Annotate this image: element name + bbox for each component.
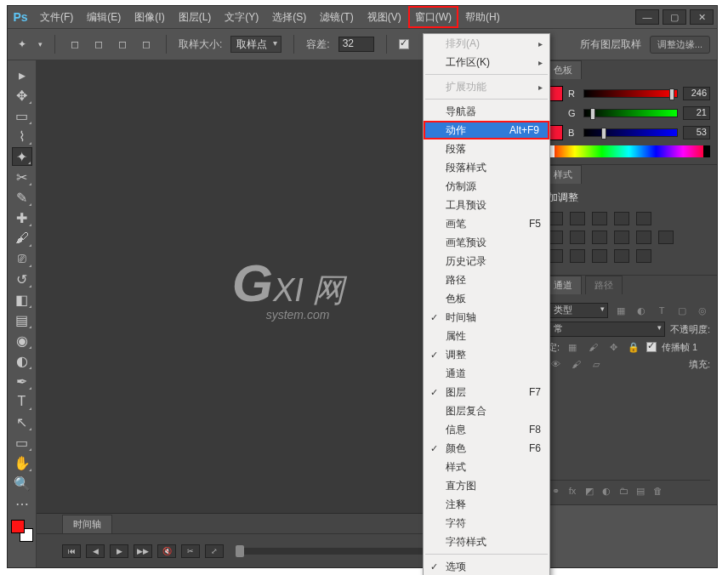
menu-window[interactable]: 窗口(W) — [408, 6, 458, 28]
propagate-checkbox[interactable] — [646, 342, 657, 352]
sample-size-select[interactable]: 取样点 — [230, 36, 282, 53]
pen-tool[interactable]: ✒ — [12, 372, 32, 390]
filter-shape-icon[interactable]: ▢ — [674, 304, 690, 317]
menu-arrange[interactable]: 排列(A) — [424, 34, 549, 53]
move-tool[interactable]: ✥ — [12, 86, 32, 105]
menu-channels[interactable]: 通道 — [424, 364, 549, 383]
b-value[interactable]: 53 — [683, 126, 710, 139]
gradient-tool[interactable]: ▤ — [12, 310, 32, 329]
close-button[interactable]: ✕ — [690, 9, 714, 25]
g-value[interactable]: 21 — [683, 106, 710, 120]
exposure-icon[interactable] — [614, 212, 629, 225]
eraser-tool[interactable]: ◧ — [12, 290, 32, 309]
menu-notes[interactable]: 注释 — [424, 495, 549, 514]
filter-adjust-icon[interactable]: ◐ — [634, 304, 649, 317]
menu-paths[interactable]: 路径 — [424, 270, 549, 289]
selection-intersect-icon[interactable]: ◻ — [139, 37, 154, 52]
lock-pos-icon[interactable]: ✥ — [606, 340, 621, 354]
gradient-map-icon[interactable] — [614, 249, 629, 263]
mask-icon[interactable]: ▱ — [589, 357, 604, 371]
layer-filter-select[interactable]: 类型 — [548, 303, 608, 318]
timeline-mute-button[interactable]: 🔇 — [157, 544, 176, 558]
timeline-first-button[interactable]: ⏮ — [62, 544, 81, 558]
refine-edge-button[interactable]: 调整边缘... — [650, 36, 710, 54]
menu-paragraph[interactable]: 段落 — [424, 139, 549, 158]
menu-help[interactable]: 帮助(H) — [458, 6, 507, 28]
balance-icon[interactable] — [570, 231, 585, 244]
menu-styles[interactable]: 样式 — [424, 458, 549, 476]
r-slider[interactable] — [583, 89, 678, 98]
filter-smart-icon[interactable]: ◎ — [695, 304, 710, 317]
menu-select[interactable]: 选择(S) — [265, 6, 313, 28]
menu-layers[interactable]: ✓ 图层 F7 — [424, 383, 549, 401]
mask-add-icon[interactable]: ◩ — [582, 484, 597, 498]
stamp-tool[interactable]: ⎚ — [12, 249, 32, 268]
menu-type[interactable]: 文字(Y) — [218, 6, 265, 28]
brush-tool[interactable]: 🖌 — [12, 229, 32, 248]
marquee-tool[interactable]: ▭ — [12, 106, 32, 125]
photo-filter-icon[interactable] — [614, 231, 629, 244]
selection-add-icon[interactable]: ◻ — [91, 37, 106, 52]
filter-type-icon[interactable]: T — [654, 304, 669, 317]
foreground-color-swatch[interactable] — [11, 520, 25, 533]
expand-icon[interactable]: ▸ — [12, 65, 32, 84]
selection-sub-icon[interactable]: ◻ — [115, 37, 130, 52]
minimize-button[interactable]: — — [635, 9, 659, 25]
timeline-tab[interactable]: 时间轴 — [62, 515, 112, 533]
hand-tool[interactable]: ✋ — [12, 453, 32, 472]
menu-filter[interactable]: 滤镜(T) — [313, 6, 360, 28]
zoom-tool[interactable]: 🔍 — [12, 474, 32, 492]
menu-timeline[interactable]: ✓时间轴 — [424, 308, 549, 327]
color-swatches[interactable] — [11, 520, 33, 542]
menu-options[interactable]: ✓选项 — [424, 557, 549, 575]
timeline-prev-button[interactable]: ◀ — [86, 544, 105, 558]
menu-adjustments[interactable]: ✓调整 — [424, 345, 549, 364]
lock-pixel-icon[interactable]: 🖌 — [585, 340, 600, 354]
magic-wand-tool[interactable]: ✦ — [12, 147, 32, 166]
menu-image[interactable]: 图像(I) — [128, 6, 171, 28]
trash-icon[interactable]: 🗑 — [650, 484, 665, 498]
brush-small-icon[interactable]: 🖌 — [568, 357, 583, 371]
menu-edit[interactable]: 编辑(E) — [80, 6, 128, 28]
shape-tool[interactable]: ▭ — [12, 433, 32, 452]
menu-layer[interactable]: 图层(L) — [172, 6, 219, 28]
menu-view[interactable]: 视图(V) — [361, 6, 408, 28]
menu-actions[interactable]: 动作 Alt+F9 — [424, 121, 549, 139]
antialias-checkbox[interactable] — [399, 39, 409, 49]
filter-pixel-icon[interactable]: ▦ — [613, 304, 628, 317]
selective-icon[interactable] — [636, 249, 651, 263]
paths-tab[interactable]: 路径 — [585, 276, 623, 294]
menu-color[interactable]: ✓ 颜色 F6 — [424, 439, 549, 458]
r-value[interactable]: 246 — [683, 87, 710, 100]
group-icon[interactable]: 🗀 — [616, 484, 631, 498]
blend-mode-select[interactable]: 常 — [548, 322, 665, 337]
edit-toolbar-icon[interactable]: ⋯ — [12, 494, 32, 513]
menu-paragraph-styles[interactable]: 段落样式 — [424, 158, 549, 177]
menu-workspace[interactable]: 工作区(K) — [424, 53, 549, 71]
timeline-next-button[interactable]: ▶▶ — [134, 544, 152, 558]
menu-info[interactable]: 信息 F8 — [424, 420, 549, 439]
menu-tool-presets[interactable]: 工具预设 — [424, 196, 549, 214]
adjust-add-icon[interactable]: ◐ — [599, 484, 614, 498]
lock-all-icon[interactable]: 🔒 — [626, 340, 641, 354]
spectrum-ramp[interactable] — [548, 145, 710, 157]
menu-layer-comps[interactable]: 图层复合 — [424, 401, 549, 420]
maximize-button[interactable]: ▢ — [663, 9, 686, 25]
b-slider[interactable] — [583, 128, 678, 137]
fx-icon[interactable]: fx — [565, 484, 580, 498]
menu-brush[interactable]: 画笔 F5 — [424, 214, 549, 233]
lookup-icon[interactable] — [658, 231, 674, 244]
bw-icon[interactable] — [592, 231, 607, 244]
menu-histogram[interactable]: 直方图 — [424, 476, 549, 495]
menu-brush-presets[interactable]: 画笔预设 — [424, 233, 549, 252]
timeline-transition-button[interactable]: ⤢ — [205, 544, 224, 558]
tolerance-input[interactable]: 32 — [338, 37, 374, 52]
path-tool[interactable]: ↖ — [12, 413, 32, 431]
dodge-tool[interactable]: ◐ — [12, 351, 32, 370]
timeline-split-button[interactable]: ✂ — [181, 544, 200, 558]
history-brush-tool[interactable]: ↺ — [12, 270, 32, 288]
new-layer-icon[interactable]: ▤ — [633, 484, 648, 498]
timeline-play-button[interactable]: ▶ — [110, 544, 128, 558]
selection-new-icon[interactable]: ◻ — [67, 37, 82, 52]
menu-swatches[interactable]: 色板 — [424, 289, 549, 308]
